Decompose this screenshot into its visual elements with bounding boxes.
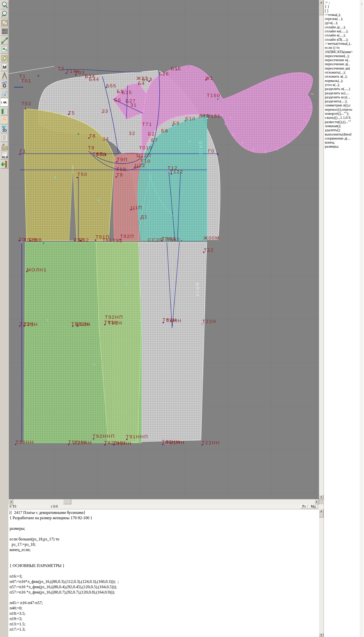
editor-line[interactable]: { ОСНОВНЫЕ ПАРАМЕТРЫ }	[10, 563, 319, 568]
command-item[interactable]: развести((),()...""	[325, 120, 360, 124]
exit-button[interactable]	[1, 160, 8, 169]
command-item[interactable]: дуга(...);	[325, 21, 360, 25]
ruler-icon: 8	[1, 90, 8, 97]
editor-line[interactable]: конец_если;	[10, 547, 319, 552]
program-editor[interactable]: { 2417 Платье с декоративными бусинами}{…	[8, 509, 319, 637]
editor-line[interactable]: п16:=3;	[10, 574, 319, 579]
command-item[interactable]: пересечение(..);	[325, 54, 360, 58]
command-item[interactable]: { }	[325, 4, 360, 8]
editor-scroll-down-button[interactable]: ▼	[319, 633, 324, 637]
command-item[interactable]: пересечение н(..	[325, 58, 360, 62]
md-button[interactable]: Мд	[308, 504, 318, 509]
canvas-horizontal-scrollbar[interactable]: ◄ ►	[9, 499, 319, 504]
editor-line[interactable]: { 2417 Платье с декоративными бусинами}	[10, 510, 319, 515]
point-label: Т91	[102, 237, 112, 243]
text-list-icon	[1, 134, 8, 142]
drafting-tools-button[interactable]	[1, 72, 8, 80]
editor-line[interactable]	[10, 558, 319, 563]
scroll-left-button[interactable]: ◄	[9, 499, 13, 504]
grid-toggle-button[interactable]	[1, 27, 8, 36]
hscroll-thumb[interactable]	[63, 499, 71, 504]
editor-line[interactable]: п40:=0;	[10, 605, 319, 611]
size-table-button[interactable]	[1, 107, 8, 116]
pattern-photo-button[interactable]	[1, 18, 8, 27]
command-item[interactable]: если () то	[325, 46, 360, 50]
rz-button[interactable]: Рз	[300, 504, 308, 509]
command-item[interactable]: угол к(..);	[325, 83, 360, 87]
editor-line[interactable]	[10, 520, 319, 526]
command-item[interactable]: отрезок( , );	[325, 17, 360, 21]
command-item[interactable]: симметрия л((),с	[325, 103, 360, 107]
text-list-button[interactable]	[1, 133, 8, 142]
segment-tool-button[interactable]	[1, 36, 8, 45]
editor-line[interactable]	[10, 595, 319, 600]
editor-line[interactable]: п47:=п16*л_фнк(рз_16,((80,0.3),(112,0.3)…	[10, 579, 319, 584]
command-item[interactable]: сплайн кП(....);	[325, 37, 360, 41]
zoom-out-button[interactable]	[1, 10, 8, 18]
editor-line[interactable]	[10, 552, 319, 558]
editor-line[interactable]: рз_17:=рз_18;	[10, 542, 319, 547]
command-item[interactable]: сжать(()..,1.1,0.9.	[325, 116, 360, 120]
editor-scroll-up-button[interactable]: ▲	[319, 509, 324, 513]
command-item[interactable]: конец;	[325, 140, 360, 144]
command-item[interactable]: нормаль(..);	[325, 79, 360, 83]
scroll-right-button[interactable]: ►	[315, 499, 319, 504]
command-item[interactable]: отложить в(..);	[325, 74, 360, 78]
editor-line[interactable]: п45:= п16-п47-п57;	[10, 600, 319, 605]
editor-line[interactable]: { Разработано на размер женщины 170-92-1…	[10, 515, 319, 520]
pattern-drawing[interactable]: Т3Т14аТ33Б34Б44Б55Т1Т01Т02Т533Ж13Б13Б4Б2…	[9, 0, 319, 499]
editor-line[interactable]	[10, 531, 319, 536]
picture-tool-button[interactable]	[1, 45, 8, 54]
m-document-button[interactable]: M	[1, 63, 8, 71]
command-item[interactable]: разделить н(.....)	[325, 87, 360, 91]
command-item[interactable]: перенос((),отрезо	[325, 107, 360, 111]
editor-line[interactable]	[10, 568, 319, 574]
editor-line[interactable]: если больше(рз_18,рз_17) то	[10, 536, 319, 542]
command-item[interactable]: пересечение д(..	[325, 62, 360, 66]
scroll-up-button[interactable]: ▲	[319, 0, 324, 4]
model-photo-button[interactable]	[1, 116, 8, 124]
command-item[interactable]: ломаная();	[325, 124, 360, 128]
editor-line[interactable]: п19:=2;	[10, 616, 319, 621]
editor-line[interactable]: п57:=п16 *л_фнк(рз_16,((80,0.4),(92,0.45…	[10, 584, 319, 589]
editor-scrollbar[interactable]: ▲ ▼	[319, 509, 324, 637]
command-item[interactable]: выполнить(dmod	[325, 132, 360, 136]
vscroll-thumb[interactable]	[319, 5, 324, 15]
command-item[interactable]: :=точка(,);	[325, 13, 360, 17]
command-item[interactable]: разделить(....);	[325, 99, 360, 103]
zoom-in-button[interactable]	[1, 1, 8, 9]
command-item[interactable]: разделить кс(....	[325, 91, 360, 95]
command-item[interactable]: отложить(...);	[325, 70, 360, 74]
command-item[interactable]: сплайн д(....);	[325, 25, 360, 29]
g-tool-button[interactable]: G	[1, 80, 8, 89]
command-item[interactable]: [ ]	[325, 9, 360, 13]
command-item[interactable]: размеры;	[325, 144, 360, 148]
editor-line[interactable]: п57:=п16 *л_фнк(рз_16,((80,0.7),(92,0.7)…	[10, 589, 319, 595]
command-item[interactable]: удалить();	[325, 128, 360, 132]
editor-line[interactable]: размеры;	[10, 526, 319, 531]
scroll-down-button[interactable]: ▼	[319, 495, 324, 499]
3d-view-button[interactable]: 3D	[1, 125, 8, 133]
command-item[interactable]: :=метка(точка(,)..	[325, 41, 360, 46]
command-item[interactable]: поворот(()..."");	[325, 111, 360, 116]
drawing-canvas[interactable]: Т3Т14аТ33Б34Б44Б55Т1Т01Т02Т533Ж13Б13Б4Б2…	[9, 0, 319, 499]
editor-line[interactable]: п13:=1.5;	[10, 621, 319, 627]
editor-scroll-thumb[interactable]	[319, 513, 324, 517]
command-item[interactable]: := ;	[325, 0, 360, 4]
algorithm-doc-button[interactable]: ALG	[1, 151, 8, 160]
command-item[interactable]: сопряжение д(...	[325, 136, 360, 140]
panel-scrollbar[interactable]: ∧	[360, 0, 363, 637]
command-item[interactable]: разделить ксу(...	[325, 95, 360, 99]
editor-line[interactable]: п17:=1.3;	[10, 627, 319, 632]
command-item[interactable]: сплайн кк(.....);	[325, 29, 360, 33]
command-item[interactable]: ЗАПИСАТЬ(имя=	[325, 50, 360, 54]
command-item[interactable]: сплайн к(....);	[325, 33, 360, 37]
pattern-frame-button[interactable]	[1, 54, 8, 62]
ruler-button[interactable]: 8	[1, 89, 8, 98]
books-button[interactable]	[1, 142, 8, 151]
command-item[interactable]: пересечение дн(	[325, 66, 360, 70]
point-label: Б16	[171, 66, 181, 71]
canvas-vertical-scrollbar[interactable]: ▲ ▼	[319, 0, 324, 499]
editor-line[interactable]: п18:=3.5;	[10, 611, 319, 616]
i66-label-button[interactable]: i_66.	[1, 98, 8, 107]
